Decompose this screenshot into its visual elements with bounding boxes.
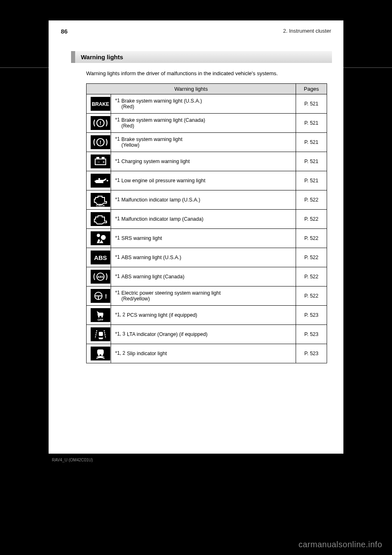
svg-text:!: ! bbox=[100, 120, 101, 126]
doc-footer: RAV4_U (OM42C01U) bbox=[49, 457, 343, 463]
svg-text:−: − bbox=[98, 160, 100, 164]
warning-desc: Electric power steering system warning l… bbox=[121, 290, 292, 302]
table-row: !*1Electric power steering system warnin… bbox=[87, 286, 327, 305]
warning-desc-cell: *1, 2PCS warning light (if equipped) bbox=[111, 305, 296, 324]
svg-rect-7 bbox=[102, 157, 104, 159]
svg-text:OFF: OFF bbox=[98, 318, 104, 321]
lta-icon bbox=[91, 327, 110, 341]
svg-point-27 bbox=[98, 354, 100, 356]
page-header: 86 2. Instrument cluster bbox=[49, 20, 343, 35]
warning-desc: LTA indicator (Orange) (if equipped) bbox=[127, 331, 292, 337]
svg-line-24 bbox=[104, 330, 106, 338]
svg-text:BRAKE: BRAKE bbox=[92, 101, 109, 107]
page-ref: P. 522 bbox=[296, 248, 327, 267]
svg-point-12 bbox=[97, 234, 100, 237]
page-number: 86 bbox=[61, 28, 68, 35]
section-intro: Warning lights inform the driver of malf… bbox=[86, 69, 321, 78]
page-ref: P. 523 bbox=[296, 324, 327, 344]
page-ref: P. 522 bbox=[296, 228, 327, 248]
svg-point-20 bbox=[98, 316, 100, 318]
svg-rect-19 bbox=[98, 313, 103, 316]
svg-point-10 bbox=[107, 180, 108, 181]
page-ref: P. 521 bbox=[296, 113, 327, 132]
brake-circle-icon: ! bbox=[91, 135, 110, 149]
footnote-marker: *1 bbox=[115, 290, 120, 295]
page-ref: P. 521 bbox=[296, 171, 327, 190]
abs-circle-icon: ABS bbox=[91, 270, 110, 284]
warning-desc-cell: *1Brake system warning light (Canada)(Re… bbox=[111, 113, 296, 132]
warning-desc: Brake system warning light (Canada)(Red) bbox=[121, 117, 292, 129]
brake-circle-icon: ! bbox=[91, 116, 110, 130]
warning-icon-cell: ! bbox=[87, 113, 111, 132]
warning-desc-cell: *1ABS warning light (U.S.A.) bbox=[111, 248, 296, 267]
warning-icon-cell: BRAKE bbox=[87, 94, 111, 113]
warning-desc-cell: *1, 2Slip indicator light bbox=[111, 344, 296, 363]
warning-desc: SRS warning light bbox=[121, 235, 292, 241]
oilcan-icon bbox=[91, 174, 110, 188]
svg-text:!: ! bbox=[100, 139, 101, 145]
footnote-marker: *1 bbox=[115, 216, 120, 222]
footnote-marker: *1 bbox=[115, 177, 120, 183]
table-row: ABS*1ABS warning light (U.S.A.)P. 522 bbox=[87, 248, 327, 267]
table-row: BRAKE*1Brake system warning light (U.S.A… bbox=[87, 94, 327, 113]
warning-desc-cell: *1Brake system warning light (U.S.A.)(Re… bbox=[111, 94, 296, 113]
warning-desc-cell: *1ABS warning light (Canada) bbox=[111, 267, 296, 286]
manual-page: 86 2. Instrument cluster Warning lights … bbox=[49, 20, 343, 454]
footnote-marker: *1 bbox=[115, 197, 120, 202]
page-ref: P. 521 bbox=[296, 94, 327, 113]
page-ref: P. 523 bbox=[296, 305, 327, 324]
warning-desc: ABS warning light (Canada) bbox=[121, 274, 292, 280]
page-ref: P. 522 bbox=[296, 267, 327, 286]
warning-icon-cell: ! bbox=[87, 286, 111, 305]
svg-rect-6 bbox=[97, 157, 99, 159]
pcs-off-icon: OFF bbox=[91, 308, 110, 322]
page-ref: P. 521 bbox=[296, 132, 327, 152]
warning-desc: Slip indicator light bbox=[127, 351, 292, 356]
table-row: !*1Brake system warning light (Canada)(R… bbox=[87, 113, 327, 132]
abs-text-icon: ABS bbox=[91, 251, 110, 264]
page-ref: P. 522 bbox=[296, 190, 327, 209]
warning-desc-cell: *1SRS warning light bbox=[111, 228, 296, 248]
warning-desc: Malfunction indicator lamp (Canada) bbox=[121, 216, 292, 222]
warning-desc: Brake system warning light (U.S.A.)(Red) bbox=[121, 98, 292, 110]
warning-desc: ABS warning light (U.S.A.) bbox=[121, 255, 292, 260]
svg-rect-25 bbox=[99, 332, 103, 336]
warning-desc: Malfunction indicator lamp (U.S.A.) bbox=[121, 197, 292, 203]
airbag-icon bbox=[91, 231, 110, 245]
warning-desc-cell: *1Electric power steering system warning… bbox=[111, 286, 296, 305]
footnote-marker: *1 bbox=[115, 158, 120, 164]
warning-icon-cell: CHECK bbox=[87, 190, 111, 209]
warning-icon-cell: ! bbox=[87, 132, 111, 152]
warning-desc-cell: *1, 3LTA indicator (Orange) (if equipped… bbox=[111, 324, 296, 344]
svg-text:CHECK: CHECK bbox=[96, 204, 105, 206]
page-ref: P. 522 bbox=[296, 209, 327, 228]
battery-icon: −+ bbox=[91, 154, 110, 168]
brake-text-icon: BRAKE bbox=[91, 97, 110, 111]
warning-icon-cell: ABS bbox=[87, 267, 111, 286]
breadcrumb: 2. Instrument cluster bbox=[283, 28, 331, 35]
warning-icon-cell: ABS bbox=[87, 248, 111, 267]
page-ref: P. 523 bbox=[296, 344, 327, 363]
svg-point-28 bbox=[101, 354, 103, 356]
footnote-marker: *1 bbox=[115, 117, 120, 123]
watermark: carmanualsonline.info bbox=[298, 540, 382, 549]
footnote-marker: *1, 2 bbox=[115, 312, 125, 318]
warning-icon-cell bbox=[87, 209, 111, 228]
svg-line-23 bbox=[95, 330, 97, 338]
table-row: *1Malfunction indicator lamp (Canada)P. … bbox=[87, 209, 327, 228]
warning-desc: Charging system warning light bbox=[121, 159, 292, 164]
footnote-marker: *1 bbox=[115, 136, 120, 142]
footnote-marker: *1 bbox=[115, 235, 120, 241]
col-header-lights: Warning lights bbox=[87, 83, 296, 94]
table-row: *1, 2Slip indicator lightP. 523 bbox=[87, 344, 327, 363]
footnote-marker: *1, 2 bbox=[115, 350, 125, 356]
warning-icon-cell bbox=[87, 171, 111, 190]
warning-icon-cell bbox=[87, 324, 111, 344]
footnote-marker: *1 bbox=[115, 98, 120, 103]
engine-check-icon: CHECK bbox=[91, 193, 110, 207]
svg-rect-26 bbox=[97, 349, 104, 354]
svg-text:ABS: ABS bbox=[94, 254, 107, 261]
engine-icon bbox=[91, 212, 110, 226]
table-row: !*1Brake system warning light(Yellow)P. … bbox=[87, 132, 327, 152]
warning-icon-cell: OFF bbox=[87, 305, 111, 324]
